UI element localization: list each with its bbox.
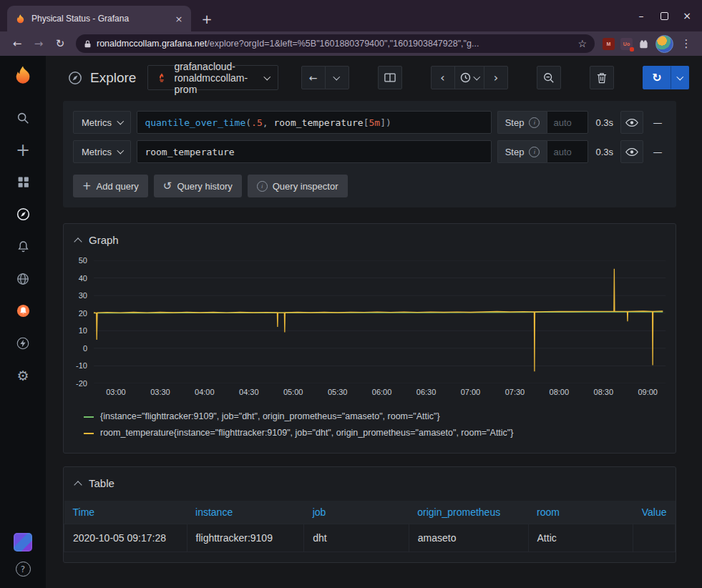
metrics-dropdown[interactable]: Metrics (73, 140, 131, 163)
forward-button[interactable]: → (29, 34, 49, 54)
metrics-dropdown[interactable]: Metrics (73, 111, 131, 134)
sidebar-bolt-plugin-icon[interactable] (7, 327, 39, 359)
add-query-button[interactable]: + Add query (73, 175, 148, 197)
trash-icon (597, 72, 607, 84)
window-maximize-button[interactable] (655, 6, 673, 25)
table-cell: flighttracker:9109 (187, 524, 304, 552)
query-inspector-button[interactable]: i Query inspector (248, 175, 348, 197)
split-options-button[interactable] (325, 66, 349, 89)
sidebar-search-icon[interactable] (7, 102, 39, 134)
table-column-header[interactable]: Value (633, 501, 676, 524)
url-path: /explore?orgId=1&left=%5B"1601880379400"… (207, 39, 479, 49)
query-expression-input[interactable]: room_temperature (137, 140, 491, 163)
chevron-down-icon (264, 73, 270, 79)
table-row[interactable]: 2020-10-05 09:17:28flighttracker:9109dht… (64, 524, 676, 552)
url-text: ronaldmccollam.grafana.net/explore?orgId… (97, 39, 572, 49)
extension-icon-ublock[interactable]: Uo (620, 38, 633, 50)
time-picker-button[interactable] (454, 66, 485, 89)
y-tick-label: 0 (83, 344, 87, 353)
x-tick-label: 07:30 (505, 388, 525, 396)
query-interval-text: 0.3s (595, 147, 613, 157)
disable-query-button[interactable] (620, 140, 643, 163)
info-icon: i (257, 181, 268, 192)
clear-all-button[interactable] (590, 66, 614, 89)
sidebar-create-icon[interactable]: + (7, 134, 39, 166)
tab-close-icon[interactable]: × (172, 12, 185, 25)
y-tick-label: 50 (79, 256, 87, 265)
y-tick-label: -10 (76, 361, 87, 370)
browser-toolbar: ← → ↻ ronaldmccollam.grafana.net/explore… (0, 31, 702, 56)
table-column-header[interactable]: instance (187, 501, 304, 524)
new-tab-button[interactable]: + (197, 9, 217, 29)
time-range-controls: ‹ › (431, 66, 509, 89)
browser-menu-icon[interactable]: ⋮ (678, 37, 695, 50)
window-minimize-button[interactable]: – (632, 6, 650, 25)
reload-button[interactable]: ↻ (50, 34, 70, 54)
y-tick-label: 20 (79, 309, 87, 318)
time-back-button[interactable]: ‹ (431, 66, 455, 89)
x-axis-labels: 03:0003:3004:0004:3005:0005:3006:0006:30… (94, 386, 666, 403)
browser-tab[interactable]: Physical Status - Grafana × (7, 6, 191, 31)
zoom-out-icon (543, 72, 555, 84)
time-forward-button[interactable]: › (484, 66, 508, 89)
x-tick-label: 05:00 (283, 388, 303, 396)
table-column-header[interactable]: job (304, 501, 409, 524)
remove-query-button[interactable]: — (649, 111, 666, 134)
help-icon[interactable]: ? (16, 562, 31, 577)
legend-item[interactable]: room_temperature{instance="flighttracker… (84, 425, 664, 441)
remove-query-button[interactable]: — (649, 140, 666, 163)
user-avatar[interactable] (14, 533, 32, 552)
bookmark-star-icon[interactable]: ☆ (577, 38, 587, 49)
step-input[interactable] (547, 111, 588, 134)
y-axis-labels: -20-1001020304050 (71, 260, 94, 383)
query-history-button[interactable]: ↺ Query history (154, 175, 242, 197)
table-column-header[interactable]: Time (64, 501, 187, 524)
address-bar[interactable]: ronaldmccollam.grafana.net/explore?orgId… (76, 34, 595, 53)
browser-titlebar: Physical Status - Grafana × + – × (0, 0, 702, 31)
query-editor-card: Metrics quantile_over_time(.5, room_temp… (63, 101, 676, 207)
split-view-button[interactable] (378, 66, 402, 89)
sidebar-alerting-bell-icon[interactable] (7, 230, 39, 263)
eye-icon (625, 118, 638, 127)
x-tick-label: 03:00 (106, 388, 126, 396)
table-cell: 2020-10-05 09:17:28 (64, 524, 187, 552)
sidebar-dashboards-icon[interactable] (7, 166, 39, 198)
table-column-header[interactable]: origin_prometheus (409, 501, 528, 524)
metrics-dropdown-label: Metrics (82, 147, 112, 157)
table-header-row: Timeinstancejoborigin_prometheusroomValu… (64, 501, 676, 524)
x-tick-label: 07:00 (461, 388, 481, 396)
graph-panel-header[interactable]: Graph (64, 224, 676, 255)
grafana-sidebar: + ⚙ ? (0, 56, 46, 588)
query-expression-input[interactable]: quantile_over_time(.5, room_temperature[… (137, 111, 491, 134)
table-column-header[interactable]: room (528, 501, 633, 524)
extensions-puzzle-icon[interactable] (638, 39, 649, 49)
run-query-button[interactable]: ↻ (643, 66, 671, 89)
query-interval-text: 0.3s (595, 117, 613, 128)
x-tick-label: 03:30 (150, 388, 170, 396)
chevron-down-icon (473, 73, 479, 79)
legend-item[interactable]: {instance="flighttracker:9109", job="dht… (84, 408, 664, 425)
back-button[interactable]: ← (7, 34, 27, 54)
graph-chart[interactable]: -20-1001020304050 03:0003:3004:0004:3005… (64, 255, 676, 403)
sidebar-globe-plugin-icon[interactable] (7, 263, 39, 295)
table-panel-header[interactable]: Table (64, 467, 676, 498)
x-tick-label: 04:30 (239, 388, 259, 396)
step-input[interactable] (547, 140, 588, 163)
run-interval-dropdown[interactable] (671, 66, 689, 89)
sidebar-settings-gear-icon[interactable]: ⚙ (7, 359, 39, 391)
chevron-down-icon (333, 73, 340, 79)
extension-icon-red[interactable]: M (603, 38, 615, 50)
table-cell (633, 524, 676, 552)
sidebar-explore-icon[interactable] (7, 198, 39, 230)
graph-legend: {instance="flighttracker:9109", job="dht… (64, 403, 676, 453)
profile-avatar[interactable] (655, 35, 673, 53)
zoom-out-button[interactable] (537, 66, 561, 89)
datasource-picker[interactable]: grafanacloud-ronaldmccollam-prom (147, 65, 278, 90)
extension-badge (630, 47, 634, 52)
move-split-left-button[interactable]: ← (301, 66, 326, 89)
grafana-logo-icon[interactable] (12, 64, 34, 86)
table-cell: Attic (528, 524, 633, 552)
window-close-button[interactable]: × (678, 6, 696, 25)
sidebar-oncall-icon[interactable] (7, 295, 39, 327)
disable-query-button[interactable] (620, 111, 643, 134)
